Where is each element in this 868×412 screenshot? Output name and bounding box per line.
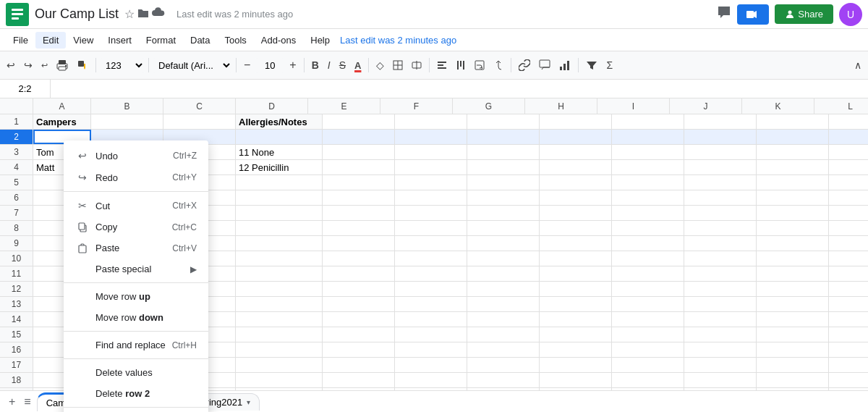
cell-i3[interactable]	[612, 145, 684, 159]
cell-l2[interactable]	[829, 130, 868, 144]
zoom-select[interactable]: 123100%150%	[100, 58, 145, 73]
cell-f2[interactable]	[395, 130, 467, 144]
align-v-button[interactable]	[452, 57, 469, 73]
cell-d12[interactable]	[236, 282, 323, 296]
row-num-9[interactable]: 9	[0, 236, 33, 251]
italic-button[interactable]: I	[324, 56, 334, 74]
cell-j8[interactable]	[684, 221, 757, 235]
row-num-14[interactable]: 14	[0, 312, 33, 327]
cell-j3[interactable]	[684, 145, 757, 159]
col-header-b[interactable]: B	[91, 98, 163, 114]
chart-button[interactable]	[556, 56, 574, 74]
cell-l6[interactable]	[829, 190, 868, 205]
cell-i7[interactable]	[612, 206, 684, 220]
col-header-h[interactable]: H	[525, 98, 597, 114]
cell-j11[interactable]	[684, 266, 757, 281]
cell-d13[interactable]	[236, 297, 323, 311]
cell-j14[interactable]	[684, 312, 757, 327]
cell-i15[interactable]	[612, 327, 684, 342]
cell-h18[interactable]	[540, 373, 612, 387]
cell-j10[interactable]	[684, 251, 757, 266]
cell-d4[interactable]: 12 Penicillin	[236, 160, 323, 175]
cell-k4[interactable]	[757, 160, 829, 175]
text-color-button[interactable]: A	[351, 57, 365, 74]
cell-h17[interactable]	[540, 358, 612, 372]
cell-i18[interactable]	[612, 373, 684, 387]
cell-g16[interactable]	[467, 342, 540, 357]
cell-k17[interactable]	[757, 358, 829, 372]
edit-menu-paste[interactable]: Paste Ctrl+V	[64, 237, 208, 258]
cell-h11[interactable]	[540, 266, 612, 281]
cell-h8[interactable]	[540, 221, 612, 235]
cell-e17[interactable]	[323, 358, 395, 372]
user-avatar[interactable]: U	[839, 3, 862, 26]
cell-e4[interactable]	[323, 160, 395, 175]
cell-l12[interactable]	[829, 282, 868, 296]
cell-g13[interactable]	[467, 297, 540, 311]
font-size-increase[interactable]: +	[286, 56, 299, 75]
row-num-12[interactable]: 12	[0, 282, 33, 296]
cell-i4[interactable]	[612, 160, 684, 175]
cell-e10[interactable]	[323, 251, 395, 266]
cell-f15[interactable]	[395, 327, 467, 342]
cell-k16[interactable]	[757, 342, 829, 357]
edit-menu-find-replace[interactable]: Find and replace Ctrl+H	[64, 335, 208, 356]
edit-menu-delete-values[interactable]: Delete values	[64, 362, 208, 383]
cell-g10[interactable]	[467, 251, 540, 266]
cell-g9[interactable]	[467, 236, 540, 251]
cell-f4[interactable]	[395, 160, 467, 175]
cell-i14[interactable]	[612, 312, 684, 327]
strikethrough-button[interactable]: S	[336, 56, 349, 74]
cell-g18[interactable]	[467, 373, 540, 387]
cell-g2[interactable]	[467, 130, 540, 144]
menu-addons[interactable]: Add-ons	[254, 32, 303, 49]
cell-d1[interactable]: Allergies/Notes	[236, 114, 323, 129]
menu-edit[interactable]: Edit	[35, 32, 66, 49]
cell-e12[interactable]	[323, 282, 395, 296]
folder-icon[interactable]	[137, 7, 149, 22]
cell-d5[interactable]	[236, 175, 323, 190]
cell-i6[interactable]	[612, 190, 684, 205]
cell-g17[interactable]	[467, 358, 540, 372]
col-header-f[interactable]: F	[380, 98, 453, 114]
cell-l18[interactable]	[829, 373, 868, 387]
cell-e8[interactable]	[323, 221, 395, 235]
col-header-c[interactable]: C	[163, 98, 236, 114]
cell-g11[interactable]	[467, 266, 540, 281]
cell-l11[interactable]	[829, 266, 868, 281]
cell-k10[interactable]	[757, 251, 829, 266]
edit-menu-cut[interactable]: ✂ Cut Ctrl+X	[64, 195, 208, 216]
cell-l17[interactable]	[829, 358, 868, 372]
cell-j5[interactable]	[684, 175, 757, 190]
cell-f12[interactable]	[395, 282, 467, 296]
cell-g7[interactable]	[467, 206, 540, 220]
edit-menu-paste-special[interactable]: Paste special ▶	[64, 258, 208, 279]
cell-f13[interactable]	[395, 297, 467, 311]
cell-i9[interactable]	[612, 236, 684, 251]
cell-f11[interactable]	[395, 266, 467, 281]
row-num-7[interactable]: 7	[0, 206, 33, 220]
wrap-button[interactable]	[471, 57, 488, 73]
col-header-k[interactable]: K	[742, 98, 814, 114]
cell-k3[interactable]	[757, 145, 829, 159]
cell-d16[interactable]	[236, 342, 323, 357]
cell-l7[interactable]	[829, 206, 868, 220]
cell-l14[interactable]	[829, 312, 868, 327]
cell-j17[interactable]	[684, 358, 757, 372]
font-size-decrease[interactable]: −	[240, 56, 254, 75]
cell-l4[interactable]	[829, 160, 868, 175]
cell-e9[interactable]	[323, 236, 395, 251]
cloud-icon[interactable]	[152, 7, 165, 22]
edit-menu-redo[interactable]: ↪ Redo Ctrl+Y	[64, 167, 208, 188]
cell-d14[interactable]	[236, 312, 323, 327]
cell-h9[interactable]	[540, 236, 612, 251]
cell-k14[interactable]	[757, 312, 829, 327]
undo2-button[interactable]: ↩	[38, 58, 51, 73]
cell-g15[interactable]	[467, 327, 540, 342]
cell-j15[interactable]	[684, 327, 757, 342]
cell-d17[interactable]	[236, 358, 323, 372]
cell-k5[interactable]	[757, 175, 829, 190]
cell-g4[interactable]	[467, 160, 540, 175]
cell-d15[interactable]	[236, 327, 323, 342]
cell-k1[interactable]	[757, 114, 829, 129]
